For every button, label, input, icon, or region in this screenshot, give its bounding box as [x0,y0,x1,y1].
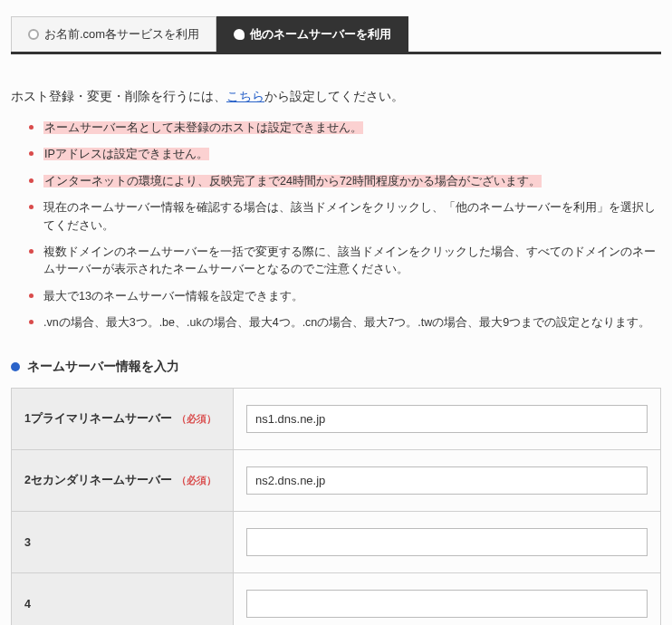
intro-suffix: から設定してください。 [264,89,404,103]
row-label-cell: 1プライマリネームサーバー （必須） [12,389,234,450]
tab-label: 他のネームサーバーを利用 [250,26,391,43]
row-input-cell [234,573,661,625]
intro-link[interactable]: こちら [226,89,264,103]
radio-icon [234,29,245,40]
notes-list: ネームサーバー名として未登録のホストは設定できません。 IPアドレスは設定できま… [11,120,661,332]
note-item: .vnの場合、最大3つ。.be、.ukの場合、最大4つ。.cnの場合、最大7つ。… [29,314,661,332]
row-label-cell: 2セカンダリネームサーバー （必須） [12,450,234,512]
note-item: インターネットの環境により、反映完了まで24時間から72時間程度かかる場合がござ… [29,173,661,190]
row-label-cell: 4 [12,573,234,625]
note-item: 複数ドメインのネームサーバーを一括で変更する際に、該当ドメインをクリックした場合… [29,244,661,279]
table-row: 2セカンダリネームサーバー （必須） [12,450,661,512]
nameserver-table: 1プライマリネームサーバー （必須） 2セカンダリネームサーバー （必須） 3 … [11,388,661,625]
tab-other-nameserver[interactable]: 他のネームサーバーを利用 [216,16,408,52]
note-highlight: IPアドレスは設定できません。 [43,148,209,160]
note-highlight: ネームサーバー名として未登録のホストは設定できません。 [43,121,363,134]
table-row: 1プライマリネームサーバー （必須） [12,389,661,450]
note-highlight: インターネットの環境により、反映完了まで24時間から72時間程度かかる場合がござ… [43,175,542,188]
row-label: 2セカンダリネームサーバー [24,474,172,486]
note-item: 現在のネームサーバー情報を確認する場合は、該当ドメインをクリックし、「他のネーム… [29,199,661,235]
secondary-nameserver-input[interactable] [246,466,648,495]
nameserver-input-4[interactable] [246,590,648,618]
tab-bar: お名前.com各サービスを利用 他のネームサーバーを利用 [11,16,661,54]
intro-text: ホスト登録・変更・削除を行うには、こちらから設定してください。 [11,89,661,105]
note-item: IPアドレスは設定できません。 [29,146,661,163]
table-row: 4 [12,573,661,625]
note-item: ネームサーバー名として未登録のホストは設定できません。 [29,120,661,137]
primary-nameserver-input[interactable] [246,405,648,433]
bullet-icon [11,362,20,371]
row-label: 1プライマリネームサーバー [24,412,172,425]
nameserver-input-3[interactable] [246,528,648,556]
row-label: 3 [24,536,31,549]
required-badge: （必須） [177,475,216,486]
row-label: 4 [24,598,31,611]
row-input-cell [234,450,661,512]
section-header: ネームサーバー情報を入力 [11,359,661,375]
intro-prefix: ホスト登録・変更・削除を行うには、 [11,89,226,103]
tab-label: お名前.com各サービスを利用 [44,26,199,43]
note-item: 最大で13のネームサーバー情報を設定できます。 [29,288,661,305]
section-title: ネームサーバー情報を入力 [27,359,179,375]
tab-onamae-services[interactable]: お名前.com各サービスを利用 [11,16,216,52]
required-badge: （必須） [177,413,216,424]
radio-icon [28,29,39,40]
row-label-cell: 3 [12,512,234,573]
table-row: 3 [12,512,661,573]
row-input-cell [234,389,661,450]
row-input-cell [234,512,661,573]
